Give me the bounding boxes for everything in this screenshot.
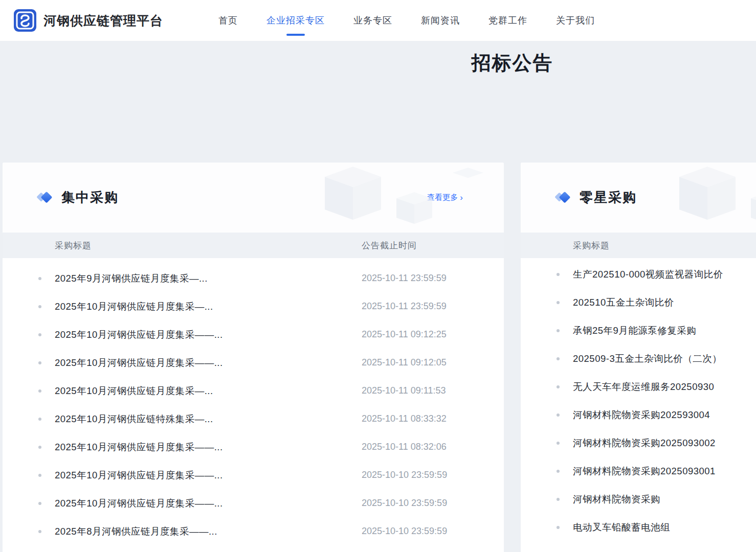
row-title[interactable]: 2025年10月河钢供应链月度集采——... [55, 356, 362, 369]
nav-item-news[interactable]: 新闻资讯 [421, 14, 460, 27]
page-title: 招标公告 [3, 50, 756, 76]
row-title[interactable]: 无人天车年度运维服务20250930 [573, 380, 756, 393]
table-body: 生产202510-000视频监视器询比价 202510五金土杂询比价 承钢25年… [521, 258, 756, 541]
nav-item-business-zone[interactable]: 业务专区 [353, 14, 392, 27]
table-row[interactable]: 河钢材料院物资采购202593004 [521, 401, 756, 429]
panel-sporadic-procurement: 零星采购 采购标题 生产202510-000视频监视器询比价 202510五金土… [521, 163, 756, 552]
brand[interactable]: 河钢供应链管理平台 [13, 9, 163, 32]
row-deadline: 2025-10-11 09:12:25 [362, 329, 464, 340]
bullet-icon [557, 498, 560, 501]
row-deadline: 2025-10-10 23:59:59 [362, 470, 464, 480]
column-title: 采购标题 [573, 240, 756, 251]
panel-header: 零星采购 [521, 163, 756, 233]
nav-item-party-work[interactable]: 党群工作 [488, 14, 527, 27]
row-title[interactable]: 河钢材料院物资采购2025093001 [573, 465, 756, 477]
nav-item-about-us[interactable]: 关于我们 [556, 14, 595, 27]
bullet-icon [557, 273, 560, 276]
bullet-icon [557, 442, 560, 445]
panel-title: 零星采购 [580, 189, 637, 206]
row-title[interactable]: 2025年10月河钢供应链月度集采——... [55, 497, 362, 510]
row-title[interactable]: 河钢材料院物资采购202593004 [573, 408, 756, 421]
row-title[interactable]: 202509-3五金土杂询比价（二次） [573, 352, 756, 365]
column-deadline: 公告截止时间 [362, 240, 464, 251]
table-body: 2025年9月河钢供应链月度集采—... 2025-10-11 23:59:59… [3, 258, 504, 545]
table-row[interactable]: 2025年10月河钢供应链特殊集采—... 2025-10-11 08:33:3… [3, 405, 504, 433]
row-deadline: 2025-10-11 09:12:05 [362, 357, 464, 368]
row-title[interactable]: 2025年10月河钢供应链月度集采—... [55, 300, 362, 313]
brand-title: 河钢供应链管理平台 [43, 12, 163, 29]
row-title[interactable]: 2025年10月河钢供应链月度集采—... [55, 384, 362, 397]
table-row[interactable]: 无人天车年度运维服务20250930 [521, 373, 756, 401]
row-title[interactable]: 202510五金土杂询比价 [573, 296, 756, 309]
table-row[interactable]: 2025年10月河钢供应链月度集采——... 2025-10-11 08:32:… [3, 433, 504, 461]
bullet-icon [38, 530, 41, 533]
table-row[interactable]: 生产202510-000视频监视器询比价 [521, 260, 756, 288]
bullet-icon [557, 526, 560, 529]
bullet-icon [38, 361, 41, 364]
row-title[interactable]: 2025年10月河钢供应链月度集采——... [55, 469, 362, 481]
table-row[interactable]: 河钢材料院物资采购 [521, 485, 756, 513]
table-row[interactable]: 2025年10月河钢供应链月度集采——... 2025-10-11 09:12:… [3, 320, 504, 349]
row-deadline: 2025-10-11 08:32:06 [362, 442, 464, 452]
bullet-icon [557, 329, 560, 332]
row-title[interactable]: 2025年10月河钢供应链特殊集采—... [55, 412, 362, 425]
row-deadline: 2025-10-11 08:33:32 [362, 413, 464, 424]
table-row[interactable]: 承钢25年9月能源泵修复采购 [521, 316, 756, 344]
bullet-icon [38, 305, 41, 308]
row-deadline: 2025-10-10 23:59:59 [362, 498, 464, 509]
header-decoration [623, 163, 756, 233]
table-row[interactable]: 2025年10月河钢供应链月度集采——... 2025-10-11 09:12:… [3, 349, 504, 377]
bullet-icon [557, 413, 560, 417]
bullet-icon [38, 277, 41, 280]
bullet-icon [38, 446, 41, 449]
panel-title: 集中采购 [61, 189, 119, 206]
bullet-icon [38, 333, 41, 336]
row-title[interactable]: 2025年8月河钢供应链月度集采——... [55, 525, 362, 538]
view-more-label: 查看更多 [427, 193, 458, 202]
table-row[interactable]: 2025年10月河钢供应链月度集采——... 2025-10-10 23:59:… [3, 489, 504, 517]
table-row[interactable]: 2025年9月河钢供应链月度集采—... 2025-10-11 23:59:59 [3, 264, 504, 292]
bullet-icon [38, 418, 41, 421]
bullet-icon [557, 301, 560, 304]
nav-item-enterprise-bidding[interactable]: 企业招采专区 [266, 14, 325, 27]
table-row[interactable]: 2025年10月河钢供应链月度集采—... 2025-10-11 09:11:5… [3, 377, 504, 405]
bullet-icon [38, 502, 41, 505]
nav-item-home[interactable]: 首页 [218, 14, 238, 27]
row-title[interactable]: 河钢材料院物资采购2025093002 [573, 436, 756, 449]
bullet-icon [38, 474, 41, 477]
table-row[interactable]: 202510五金土杂询比价 [521, 288, 756, 316]
panel-diamond-icon [41, 193, 51, 202]
row-title[interactable]: 2025年10月河钢供应链月度集采——... [55, 328, 362, 341]
row-title[interactable]: 承钢25年9月能源泵修复采购 [573, 324, 756, 337]
column-title: 采购标题 [55, 240, 362, 251]
table-row[interactable]: 202509-3五金土杂询比价（二次） [521, 344, 756, 373]
nav-links: 首页 企业招采专区 业务专区 新闻资讯 党群工作 关于我们 [218, 14, 595, 27]
panel-header: 集中采购 查看更多 › [3, 163, 504, 233]
bullet-icon [38, 389, 41, 393]
table-row[interactable]: 河钢材料院物资采购2025093001 [521, 457, 756, 485]
bullet-icon [557, 357, 560, 360]
bullet-icon [557, 470, 560, 473]
chevron-right-icon: › [460, 193, 463, 202]
row-title[interactable]: 电动叉车铅酸蓄电池组 [573, 521, 756, 534]
table-header: 采购标题 公告截止时间 [3, 233, 504, 258]
table-row[interactable]: 2025年8月河钢供应链月度集采——... 2025-10-10 23:59:5… [3, 517, 504, 545]
row-deadline: 2025-10-11 23:59:59 [362, 273, 464, 284]
row-title[interactable]: 河钢材料院物资采购 [573, 493, 756, 505]
row-title[interactable]: 生产202510-000视频监视器询比价 [573, 268, 756, 281]
top-nav: 河钢供应链管理平台 首页 企业招采专区 业务专区 新闻资讯 党群工作 关于我们 [0, 0, 756, 41]
table-row[interactable]: 2025年10月河钢供应链月度集采——... 2025-10-10 23:59:… [3, 461, 504, 489]
row-title[interactable]: 2025年10月河钢供应链月度集采——... [55, 441, 362, 453]
view-more-link[interactable]: 查看更多 › [427, 193, 463, 202]
table-row[interactable]: 电动叉车铅酸蓄电池组 [521, 513, 756, 541]
bullet-icon [557, 385, 560, 388]
row-title[interactable]: 2025年9月河钢供应链月度集采—... [55, 272, 362, 285]
panel-diamond-icon [560, 193, 569, 202]
row-deadline: 2025-10-11 09:11:53 [362, 385, 464, 396]
table-row[interactable]: 2025年10月河钢供应链月度集采—... 2025-10-11 23:59:5… [3, 292, 504, 320]
panel-centralized-procurement: 集中采购 查看更多 › 采购标题 公告截止时间 2025年9月河钢供应链月度集采… [3, 163, 504, 552]
table-row[interactable]: 河钢材料院物资采购2025093002 [521, 429, 756, 457]
table-header: 采购标题 [521, 233, 756, 258]
row-deadline: 2025-10-11 23:59:59 [362, 301, 464, 312]
row-deadline: 2025-10-10 23:59:59 [362, 526, 464, 537]
